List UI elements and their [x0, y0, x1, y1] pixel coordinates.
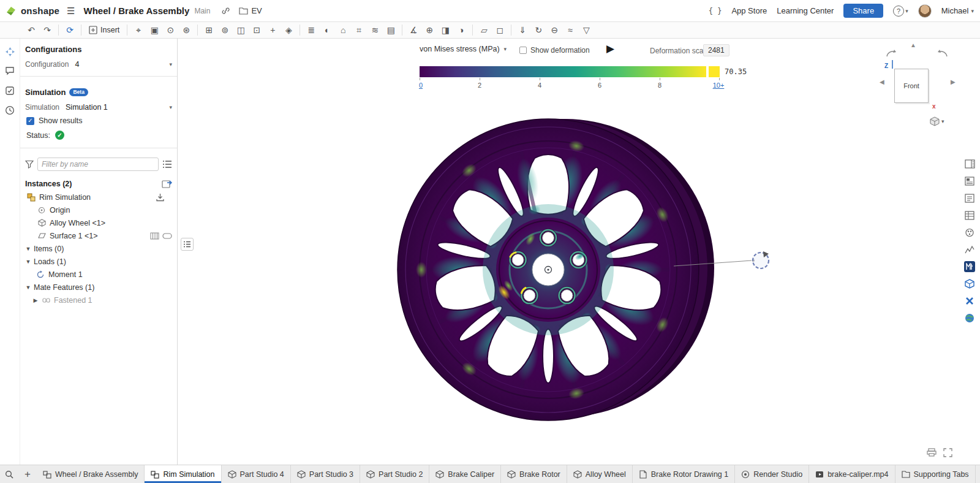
show-deformation-checkbox[interactable]: [519, 47, 527, 54]
doc-tab-alloy-wheel[interactable]: Alloy Wheel: [567, 465, 633, 483]
panel-list-toggle-button[interactable]: [181, 238, 194, 251]
app-extension-globe-icon[interactable]: [964, 312, 976, 324]
help-menu[interactable]: ? ▾: [893, 6, 908, 17]
hamburger-menu-icon[interactable]: ☰: [67, 6, 75, 17]
pressure-load-icon[interactable]: ≈: [562, 23, 578, 37]
insert-instance-icon[interactable]: [162, 179, 172, 188]
insert-button[interactable]: Insert: [85, 23, 124, 37]
appearance-panel-icon[interactable]: [964, 227, 976, 238]
view-cube[interactable]: ▲ ◀ ▶ Front Z x ▾: [876, 42, 962, 134]
doc-tab-brake-rotor-drawing-1[interactable]: Brake Rotor Drawing 1: [633, 465, 735, 483]
doc-tab-wheel-br-truncated[interactable]: Wheel / Br: [976, 465, 980, 483]
measure-icon[interactable]: ∡: [405, 23, 421, 37]
moment-load-icon[interactable]: ↻: [530, 23, 546, 37]
show-results-checkbox[interactable]: ✓: [26, 117, 34, 125]
app-store-link[interactable]: App Store: [731, 6, 767, 15]
group-icon[interactable]: ▣: [146, 23, 162, 37]
bom-panel-icon[interactable]: [964, 210, 976, 221]
rotate-right-arrow[interactable]: ▶: [951, 78, 956, 85]
tree-item-surface-1[interactable]: Surface 1 <1>: [20, 229, 177, 242]
named-positions-icon[interactable]: ≣: [303, 23, 319, 37]
share-button[interactable]: Share: [843, 4, 883, 18]
mate-connector-icon[interactable]: ⊙: [162, 23, 178, 37]
comments-icon[interactable]: [4, 65, 16, 77]
doc-tab-rim-simulation[interactable]: Rim Simulation: [145, 465, 221, 483]
project-breadcrumb[interactable]: EV: [239, 6, 262, 15]
comment-icon[interactable]: ◻: [492, 23, 508, 37]
simulation-dropdown[interactable]: Simulation Simulation 1 ▾: [20, 101, 177, 114]
simulation-panel-icon[interactable]: [964, 244, 976, 256]
doc-tab-render-studio[interactable]: Render Studio: [735, 465, 809, 483]
show-results-checkbox-row[interactable]: ✓ Show results: [20, 114, 177, 127]
doc-tab-supporting-tabs[interactable]: Supporting Tabs: [895, 465, 976, 483]
mass-properties-icon[interactable]: ⊕: [421, 23, 437, 37]
redo-icon[interactable]: ↷: [39, 23, 55, 37]
copy-link-icon[interactable]: [221, 6, 230, 15]
section-view-icon[interactable]: ◨: [437, 23, 453, 37]
graphics-viewport[interactable]: von Mises stress (MPa) ▾ Show deformatio…: [178, 39, 980, 465]
mesh-icon[interactable]: [150, 232, 159, 240]
deformation-scale-value[interactable]: 2481: [703, 44, 729, 56]
doc-tab-wheel-brake-assembly[interactable]: Wheel / Brake Assembly: [37, 465, 145, 483]
sheet-metal-icon[interactable]: ⌂: [335, 23, 351, 37]
rotate-up-arrow[interactable]: ▲: [910, 42, 916, 48]
user-menu[interactable]: Michael ▾: [941, 6, 974, 15]
doc-tab-brake-rotor[interactable]: Brake Rotor: [501, 465, 567, 483]
tree-group-loads[interactable]: ▼ Loads (1): [20, 255, 177, 268]
play-animation-button[interactable]: ▶: [606, 42, 614, 55]
frame-icon[interactable]: ⌗: [351, 23, 367, 37]
tree-item-moment-1[interactable]: Moment 1: [20, 268, 177, 281]
search-tabs-icon[interactable]: [0, 465, 18, 483]
undo-icon[interactable]: ↶: [23, 23, 39, 37]
drawing-icon[interactable]: ▱: [476, 23, 492, 37]
rotate-left-arrow[interactable]: ◀: [880, 78, 884, 85]
tree-item-rim-simulation[interactable]: Rim Simulation: [20, 191, 177, 203]
list-view-icon[interactable]: [162, 160, 172, 169]
chevron-down-icon[interactable]: ▼: [24, 259, 32, 265]
user-avatar[interactable]: [918, 4, 932, 18]
bearing-load-icon[interactable]: ⊖: [546, 23, 562, 37]
follow-mode-icon[interactable]: [4, 45, 16, 58]
legend-min-link[interactable]: 0: [419, 82, 423, 89]
bom-table-icon[interactable]: ▤: [383, 23, 399, 37]
doc-tab-brake-caliper-mp4[interactable]: brake-caliper.mp4: [809, 465, 895, 483]
update-sync-icon[interactable]: ⟳: [62, 23, 78, 37]
mirror-icon[interactable]: ◫: [233, 23, 249, 37]
override-export-icon[interactable]: [156, 193, 165, 202]
legend-max-link[interactable]: 10+: [713, 82, 725, 89]
configuration-panel-icon[interactable]: [964, 192, 976, 204]
app-extension-mh-icon[interactable]: [964, 261, 975, 272]
force-load-icon[interactable]: ⇓: [514, 23, 530, 37]
structure-icon[interactable]: ≋: [367, 23, 383, 37]
feature-panel-icon[interactable]: [964, 158, 976, 170]
onshape-logo[interactable]: onshape: [5, 5, 59, 17]
doc-tab-part-studio-3[interactable]: Part Studio 3: [291, 465, 360, 483]
tree-group-mate-features[interactable]: ▼ Mate Features (1): [20, 281, 177, 294]
mate-icon[interactable]: ⌖: [130, 23, 146, 37]
app-extension-x-icon[interactable]: [964, 295, 976, 306]
replicate-icon[interactable]: ⊡: [249, 23, 265, 37]
configuration-dropdown[interactable]: Configuration 4 ▾: [20, 58, 177, 71]
display-states-icon[interactable]: ◐: [319, 23, 335, 37]
filter-icon[interactable]: [25, 160, 34, 169]
tasks-icon[interactable]: [4, 85, 16, 97]
result-type-dropdown[interactable]: von Mises stress (MPa) ▾: [420, 45, 507, 53]
linear-pattern-icon[interactable]: ⊞: [201, 23, 217, 37]
view-options-menu[interactable]: ▾: [930, 116, 944, 126]
featurescript-icon[interactable]: { }: [709, 7, 722, 15]
fit-view-icon[interactable]: [942, 447, 953, 458]
tree-item-fastened-1[interactable]: ▶ Fastened 1: [20, 294, 177, 306]
roll-ccw-arrow[interactable]: [886, 49, 897, 58]
doc-tab-brake-caliper[interactable]: Brake Caliper: [429, 465, 501, 483]
app-extension-cube-icon[interactable]: [964, 278, 976, 289]
doc-tab-part-studio-4[interactable]: Part Studio 4: [222, 465, 291, 483]
hidden-state-icon[interactable]: [162, 233, 172, 239]
wheel-stress-render[interactable]: [386, 107, 790, 432]
add-tab-button[interactable]: +: [18, 465, 37, 483]
chevron-right-icon[interactable]: ▶: [31, 297, 40, 303]
explode-view-icon[interactable]: ◈: [281, 23, 296, 37]
bulk-mate-icon[interactable]: ⊛: [178, 23, 194, 37]
circular-pattern-icon[interactable]: ⊚: [217, 23, 233, 37]
chevron-down-icon[interactable]: ▼: [24, 284, 32, 291]
filter-by-name-input[interactable]: [37, 158, 159, 171]
